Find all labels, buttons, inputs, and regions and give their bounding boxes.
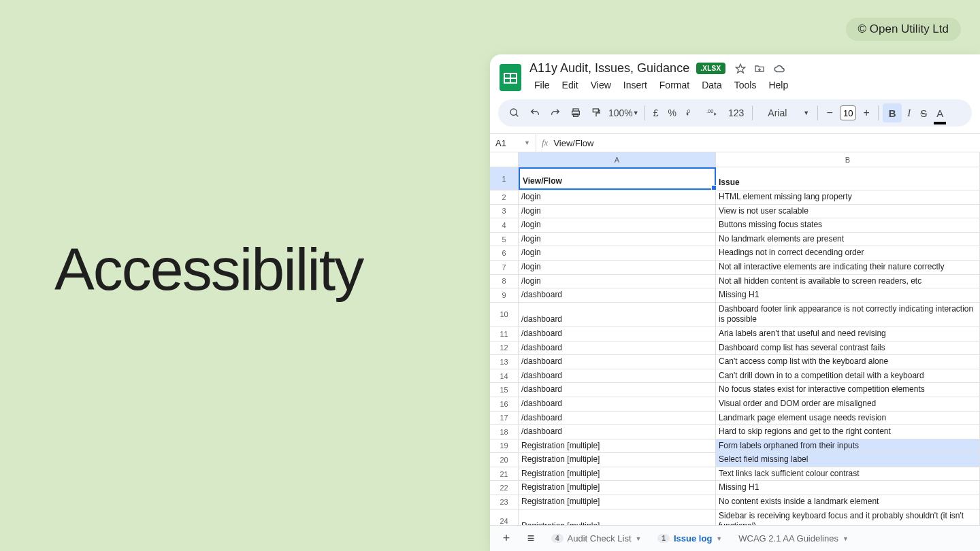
cell[interactable]: /login [519, 218, 716, 232]
chevron-down-icon[interactable]: ▼ [716, 535, 722, 542]
row-header[interactable]: 8 [490, 275, 519, 288]
menu-help[interactable]: Help [764, 77, 793, 93]
bold-button[interactable]: B [883, 103, 902, 122]
strikethrough-button[interactable]: S [916, 103, 931, 123]
percent-button[interactable]: % [664, 103, 681, 122]
cell[interactable]: /dashboard [519, 383, 716, 397]
increase-decimal-icon[interactable]: .00 [702, 104, 723, 122]
cell[interactable]: Can't drill down in to a competition det… [716, 369, 980, 383]
cell[interactable]: View is not user scalable [716, 205, 980, 218]
row-header[interactable]: 9 [490, 288, 519, 302]
decrease-fontsize-button[interactable]: − [822, 105, 837, 120]
cell[interactable]: No landmark elements are present [716, 233, 980, 246]
font-dropdown-caret-icon[interactable]: ▼ [799, 105, 813, 120]
chevron-down-icon[interactable]: ▼ [843, 535, 849, 542]
cell[interactable]: Registration [multiple] [519, 510, 716, 525]
paint-format-icon[interactable] [587, 103, 606, 122]
cell[interactable]: /dashboard [519, 288, 716, 302]
cell[interactable]: Registration [multiple] [519, 495, 716, 509]
sheet-tab[interactable]: 1Issue log▼ [651, 529, 729, 548]
cell[interactable]: /dashboard [519, 327, 716, 341]
cell[interactable]: Not all hidden content is available to s… [716, 275, 980, 288]
row-header[interactable]: 20 [490, 453, 519, 467]
cell[interactable]: /login [519, 190, 716, 204]
search-icon[interactable] [505, 103, 524, 122]
cell[interactable]: Missing H1 [716, 288, 980, 302]
currency-button[interactable]: £ [649, 103, 663, 122]
row-header[interactable]: 19 [490, 439, 519, 453]
menu-view[interactable]: View [586, 77, 616, 93]
row-header[interactable]: 23 [490, 495, 519, 509]
cell[interactable]: Dashboard footer link appearance is not … [716, 303, 980, 327]
cell[interactable]: Select field missing label [716, 453, 980, 467]
row-header[interactable]: 15 [490, 383, 519, 397]
menu-data[interactable]: Data [697, 77, 727, 93]
cell[interactable]: Registration [multiple] [519, 467, 716, 481]
add-sheet-button[interactable]: + [495, 528, 517, 550]
star-icon[interactable] [735, 63, 746, 74]
zoom-dropdown[interactable]: 100% ▼ [607, 107, 640, 118]
redo-icon[interactable] [546, 103, 565, 122]
menu-tools[interactable]: Tools [730, 77, 762, 93]
cell[interactable]: /dashboard [519, 355, 716, 369]
font-dropdown[interactable]: Arial [757, 107, 798, 118]
cell[interactable]: /dashboard [519, 303, 716, 327]
decrease-decimal-icon[interactable]: .0 [682, 104, 701, 122]
cell[interactable]: Not all interactive elements are indicat… [716, 261, 980, 274]
cell[interactable]: Form labels orphaned from their inputs [716, 439, 980, 453]
select-all-corner[interactable] [490, 152, 519, 167]
row-header[interactable]: 22 [490, 481, 519, 495]
cell[interactable]: Registration [multiple] [519, 439, 716, 453]
row-header[interactable]: 3 [490, 205, 519, 218]
undo-icon[interactable] [525, 103, 544, 122]
document-title[interactable]: A11y Audit, Issues, Guidance [529, 61, 689, 76]
cell[interactable]: Dashboard comp list has several contrast… [716, 341, 980, 355]
fontsize-input[interactable] [840, 105, 856, 120]
cell[interactable]: /dashboard [519, 397, 716, 411]
menu-format[interactable]: Format [655, 77, 694, 93]
cell[interactable]: View/Flow [519, 167, 716, 190]
cell[interactable]: Headings not in correct decending order [716, 246, 980, 260]
row-header[interactable]: 11 [490, 327, 519, 341]
cell[interactable]: No content exists inside a landmark elem… [716, 495, 980, 509]
row-header[interactable]: 17 [490, 412, 519, 425]
cell[interactable]: Missing H1 [716, 481, 980, 495]
cell[interactable]: HTML element missing lang property [716, 190, 980, 204]
sheet-tab[interactable]: 4Audit Check List▼ [544, 529, 648, 548]
menu-insert[interactable]: Insert [619, 77, 652, 93]
all-sheets-icon[interactable]: ≡ [520, 528, 542, 550]
cell[interactable]: /login [519, 275, 716, 288]
print-icon[interactable] [566, 103, 585, 122]
sheets-logo-icon[interactable] [498, 61, 523, 94]
cell[interactable]: /dashboard [519, 341, 716, 355]
cell[interactable]: Visual order and DOM order are misaligne… [716, 397, 980, 411]
chevron-down-icon[interactable]: ▼ [636, 535, 642, 542]
row-header[interactable]: 18 [490, 425, 519, 439]
cell[interactable]: Can't access comp list with the keyboard… [716, 355, 980, 369]
column-header-b[interactable]: B [716, 152, 980, 167]
cell[interactable]: /dashboard [519, 425, 716, 439]
cell[interactable]: Text links lack sufficient colour contra… [716, 467, 980, 481]
cell[interactable]: /login [519, 261, 716, 274]
row-header[interactable]: 6 [490, 246, 519, 260]
cell[interactable]: Registration [multiple] [519, 481, 716, 495]
row-header[interactable]: 14 [490, 369, 519, 383]
cell[interactable]: /login [519, 246, 716, 260]
increase-fontsize-button[interactable]: + [859, 105, 874, 120]
row-header[interactable]: 21 [490, 467, 519, 481]
cell[interactable]: /login [519, 233, 716, 246]
menu-edit[interactable]: Edit [557, 77, 583, 93]
row-header[interactable]: 5 [490, 233, 519, 246]
cell[interactable]: Registration [multiple] [519, 453, 716, 467]
formula-value[interactable]: View/Flow [553, 138, 593, 148]
cell[interactable]: Sidebar is receiving keyboard focus and … [716, 510, 980, 525]
sheet-tab[interactable]: WCAG 2.1 AA Guidelines▼ [732, 529, 855, 548]
row-header[interactable]: 1 [490, 167, 519, 190]
row-header[interactable]: 12 [490, 341, 519, 355]
number-format-button[interactable]: 123 [724, 103, 748, 122]
cell[interactable]: Hard to skip regions and get to the righ… [716, 425, 980, 439]
cloud-icon[interactable] [773, 64, 785, 73]
column-header-a[interactable]: A [519, 152, 716, 167]
row-header[interactable]: 13 [490, 355, 519, 369]
move-folder-icon[interactable] [754, 63, 765, 74]
